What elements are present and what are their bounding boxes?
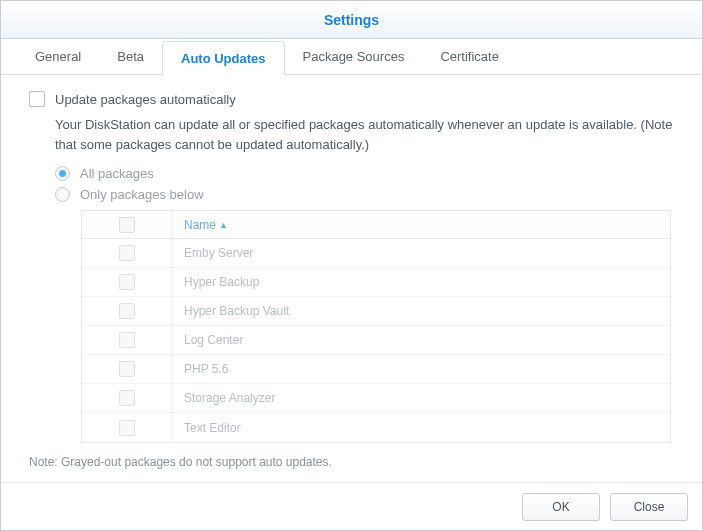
tab-beta[interactable]: Beta — [99, 40, 162, 74]
header-name[interactable]: Name ▲ — [172, 218, 670, 232]
table-row: Hyper Backup Vault — [82, 297, 670, 326]
row-checkbox-cell — [82, 297, 172, 325]
row-checkbox[interactable] — [119, 274, 135, 290]
update-auto-checkbox[interactable] — [29, 91, 45, 107]
row-name: Hyper Backup Vault — [172, 304, 670, 318]
table-row: Emby Server — [82, 239, 670, 268]
radio-only-label: Only packages below — [80, 187, 204, 202]
header-checkbox-cell — [82, 211, 172, 238]
row-checkbox[interactable] — [119, 245, 135, 261]
content-area: Update packages automatically Your DiskS… — [1, 75, 702, 482]
row-checkbox-cell — [82, 326, 172, 354]
row-checkbox[interactable] — [119, 303, 135, 319]
row-checkbox[interactable] — [119, 361, 135, 377]
radio-all[interactable] — [55, 166, 70, 181]
row-checkbox-cell — [82, 268, 172, 296]
close-button[interactable]: Close — [610, 493, 688, 521]
row-name: Text Editor — [172, 421, 670, 435]
table-row: Log Center — [82, 326, 670, 355]
row-name: Emby Server — [172, 246, 670, 260]
table-row: Storage Analyzer — [82, 384, 670, 413]
packages-table: Name ▲ Emby ServerHyper BackupHyper Back… — [81, 210, 671, 443]
table-row: Text Editor — [82, 413, 670, 442]
table-row: PHP 5.6 — [82, 355, 670, 384]
footer: OK Close — [1, 482, 702, 530]
note-text: Note: Grayed-out packages do not support… — [29, 455, 674, 469]
row-name: PHP 5.6 — [172, 362, 670, 376]
tab-auto-updates[interactable]: Auto Updates — [162, 41, 285, 75]
update-auto-label: Update packages automatically — [55, 92, 236, 107]
row-checkbox-cell — [82, 239, 172, 267]
window-title: Settings — [324, 12, 379, 28]
titlebar: Settings — [1, 1, 702, 39]
row-checkbox-cell — [82, 384, 172, 412]
tab-general[interactable]: General — [17, 40, 99, 74]
row-name: Hyper Backup — [172, 275, 670, 289]
row-checkbox-cell — [82, 413, 172, 442]
header-name-label: Name — [184, 218, 216, 232]
tab-bar: GeneralBetaAuto UpdatesPackage SourcesCe… — [1, 39, 702, 75]
row-checkbox[interactable] — [119, 390, 135, 406]
radio-all-label: All packages — [80, 166, 154, 181]
tab-package-sources[interactable]: Package Sources — [285, 40, 423, 74]
sort-asc-icon: ▲ — [219, 220, 228, 230]
row-checkbox[interactable] — [119, 420, 135, 436]
radio-only-row[interactable]: Only packages below — [55, 187, 674, 202]
description-text: Your DiskStation can update all or speci… — [55, 115, 674, 154]
master-checkbox-row: Update packages automatically — [29, 91, 674, 107]
row-checkbox[interactable] — [119, 332, 135, 348]
row-checkbox-cell — [82, 355, 172, 383]
table-row: Hyper Backup — [82, 268, 670, 297]
ok-button[interactable]: OK — [522, 493, 600, 521]
select-all-checkbox[interactable] — [119, 217, 135, 233]
radio-only[interactable] — [55, 187, 70, 202]
settings-window: Settings GeneralBetaAuto UpdatesPackage … — [0, 0, 703, 531]
row-name: Log Center — [172, 333, 670, 347]
row-name: Storage Analyzer — [172, 391, 670, 405]
table-header: Name ▲ — [82, 211, 670, 239]
table-body: Emby ServerHyper BackupHyper Backup Vaul… — [82, 239, 670, 442]
radio-all-row[interactable]: All packages — [55, 166, 674, 181]
tab-certificate[interactable]: Certificate — [422, 40, 517, 74]
